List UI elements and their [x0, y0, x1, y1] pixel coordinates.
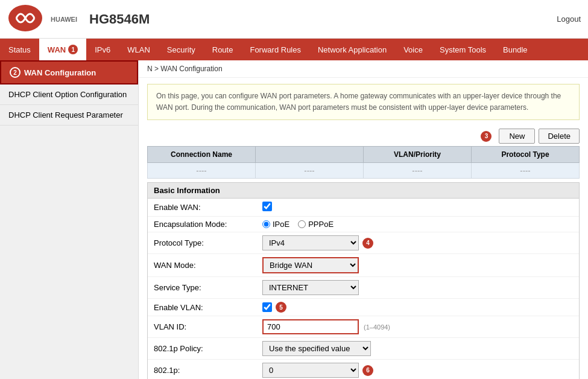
- nav-item-wan[interactable]: WAN 1: [39, 39, 86, 60]
- enable-wan-row: Enable WAN:: [148, 199, 579, 217]
- cell-dashes-3: ----: [364, 163, 472, 179]
- main-content: N > WAN Configuration On this page, you …: [139, 60, 588, 379]
- pppoe-radio[interactable]: [298, 220, 306, 228]
- service-label: Service Type:: [154, 283, 262, 292]
- service-control: INTERNET TR069 VOIP: [262, 280, 359, 295]
- nav-item-bundle[interactable]: Bundle: [495, 39, 536, 60]
- encap-control: IPoE PPPoE: [262, 220, 334, 229]
- col-protocol-type: Protocol Type: [472, 147, 580, 163]
- service-select[interactable]: INTERNET TR069 VOIP: [262, 280, 359, 295]
- nav-item-voice[interactable]: Voice: [395, 39, 431, 60]
- vlan-id-control: (1–4094): [262, 319, 390, 334]
- policy-control: Use the specified value Copy from IP pac…: [262, 341, 371, 356]
- table-row[interactable]: ---- ---- ---- ----: [148, 163, 580, 179]
- pppoe-option[interactable]: PPPoE: [298, 220, 334, 229]
- protocol-select[interactable]: IPv4 IPv6 IPv4/IPv6: [262, 235, 359, 250]
- col-connection-name: Connection Name: [148, 147, 256, 163]
- protocol-label: Protocol Type:: [154, 238, 262, 247]
- badge-4: 4: [362, 238, 373, 249]
- encap-row: Encapsulation Mode: IPoE PPPoE: [148, 217, 579, 232]
- basic-info-section: Basic Information Enable WAN: Encapsulat…: [147, 182, 580, 379]
- sidebar-badge-2: 2: [10, 67, 21, 78]
- nav-item-network-app[interactable]: Network Application: [309, 39, 395, 60]
- logo: [7, 4, 43, 34]
- col-empty: [256, 147, 364, 163]
- nav-item-security[interactable]: Security: [159, 39, 204, 60]
- vlan-id-row: VLAN ID: (1–4094): [148, 316, 579, 338]
- sidebar-item-wan-config[interactable]: 2 WAN Configuration: [0, 60, 138, 84]
- vlan-id-label: VLAN ID:: [154, 322, 262, 331]
- ipoE-radio[interactable]: [262, 220, 270, 228]
- wan-mode-label: WAN Mode:: [154, 261, 262, 270]
- nav-item-forward[interactable]: Forward Rules: [241, 39, 309, 60]
- p802-label: 802.1p:: [154, 366, 262, 375]
- policy-select[interactable]: Use the specified value Copy from IP pac…: [262, 341, 371, 356]
- policy-row: 802.1p Policy: Use the specified value C…: [148, 338, 579, 360]
- enable-vlan-row: Enable VLAN: 5: [148, 299, 579, 316]
- sidebar-item-dhcp-option[interactable]: DHCP Client Option Configuration: [0, 84, 138, 105]
- enable-wan-checkbox[interactable]: [262, 202, 272, 211]
- breadcrumb-path: N > WAN Configuration: [147, 65, 223, 73]
- nav-item-system-tools[interactable]: System Tools: [431, 39, 495, 60]
- enable-vlan-label: Enable VLAN:: [154, 303, 262, 312]
- nav-item-status[interactable]: Status: [0, 39, 39, 60]
- p802-control: 0 1 2 3 4 5 6 7 6: [262, 363, 373, 378]
- nav-bar: Status WAN 1 IPv6 WLAN Security Route Fo…: [0, 39, 588, 60]
- model-name: HG8546M: [89, 11, 557, 27]
- nav-item-wlan[interactable]: WLAN: [119, 39, 159, 60]
- brand-name: HUAWEI: [51, 16, 77, 23]
- cell-dashes-1: ----: [148, 163, 256, 179]
- enable-wan-control: [262, 202, 272, 213]
- ipoE-option[interactable]: IPoE: [262, 220, 289, 229]
- wan-mode-select[interactable]: Bridge WAN Route WAN: [262, 257, 359, 273]
- wan-table: Connection Name VLAN/Priority Protocol T…: [147, 146, 580, 179]
- basic-info-header: Basic Information: [148, 183, 579, 199]
- badge-6: 6: [362, 365, 373, 376]
- wan-badge: 1: [68, 45, 78, 54]
- enable-wan-label: Enable WAN:: [154, 203, 262, 212]
- nav-item-route[interactable]: Route: [204, 39, 242, 60]
- p802-row: 802.1p: 0 1 2 3 4 5 6 7 6: [148, 360, 579, 379]
- delete-button[interactable]: Delete: [539, 129, 580, 144]
- enable-vlan-checkbox[interactable]: [262, 302, 272, 312]
- nav-item-ipv6[interactable]: IPv6: [86, 39, 119, 60]
- sidebar: 2 WAN Configuration DHCP Client Option C…: [0, 60, 139, 379]
- badge-5: 5: [276, 302, 286, 313]
- actions-badge-3: 3: [481, 131, 492, 142]
- vlan-id-hint: (1–4094): [364, 323, 390, 331]
- logout-button[interactable]: Logout: [557, 14, 581, 24]
- col-vlan-priority: VLAN/Priority: [364, 147, 472, 163]
- policy-label: 802.1p Policy:: [154, 344, 262, 353]
- service-row: Service Type: INTERNET TR069 VOIP: [148, 277, 579, 299]
- protocol-control: IPv4 IPv6 IPv4/IPv6 4: [262, 235, 373, 250]
- cell-dashes-2: ----: [256, 163, 364, 179]
- vlan-id-input[interactable]: [262, 319, 359, 334]
- protocol-row: Protocol Type: IPv4 IPv6 IPv4/IPv6 4: [148, 232, 579, 254]
- new-button[interactable]: New: [499, 129, 535, 144]
- breadcrumb: N > WAN Configuration: [139, 60, 588, 78]
- p802-select[interactable]: 0 1 2 3 4 5 6 7: [262, 363, 359, 378]
- wan-mode-row: WAN Mode: Bridge WAN Route WAN: [148, 254, 579, 277]
- sidebar-item-dhcp-request[interactable]: DHCP Client Request Parameter: [0, 105, 138, 126]
- wan-mode-control: Bridge WAN Route WAN: [262, 257, 359, 273]
- info-box: On this page, you can configure WAN port…: [147, 84, 580, 120]
- encap-label: Encapsulation Mode:: [154, 220, 262, 229]
- enable-vlan-control: 5: [262, 302, 286, 313]
- cell-dashes-4: ----: [472, 163, 580, 179]
